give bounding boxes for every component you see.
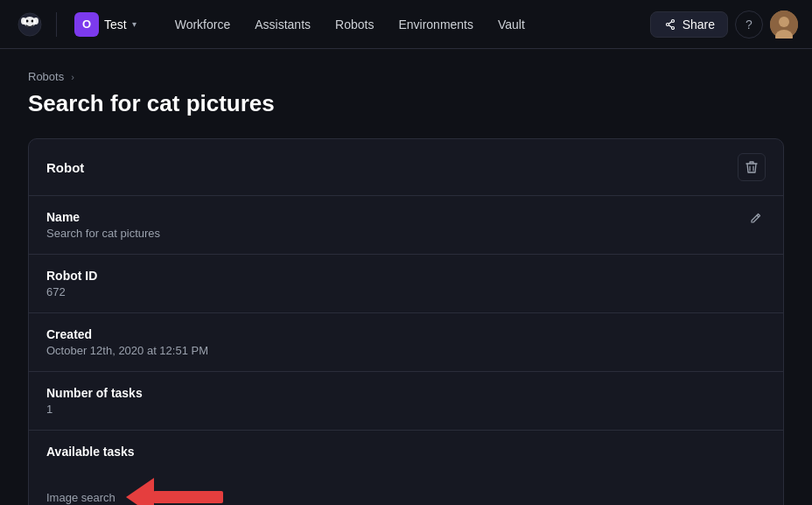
svg-line-9 <box>668 21 671 23</box>
edit-icon <box>750 212 762 224</box>
robot-id-value: 672 <box>46 285 97 298</box>
name-field: Name Search for cat pictures <box>46 210 160 240</box>
card-header: Robot <box>29 139 783 196</box>
num-tasks-field-row: Number of tasks 1 <box>29 372 783 431</box>
created-label: Created <box>46 327 208 341</box>
edit-name-button[interactable] <box>746 210 766 229</box>
workspace-name: Test <box>104 18 127 32</box>
nav-actions: Share ? <box>650 11 798 39</box>
num-tasks-label: Number of tasks <box>46 386 143 400</box>
svg-point-4 <box>21 18 26 25</box>
svg-line-10 <box>668 25 671 26</box>
red-arrow-indicator <box>126 478 223 505</box>
help-icon: ? <box>746 18 752 32</box>
share-icon <box>663 18 677 32</box>
nav-link-vault[interactable]: Vault <box>487 12 536 37</box>
workspace-chevron-icon: ▾ <box>132 19 136 29</box>
num-tasks-field: Number of tasks 1 <box>46 386 143 416</box>
robot-id-label: Robot ID <box>46 269 97 283</box>
nav-link-robots[interactable]: Robots <box>325 12 384 37</box>
task-item-image-search[interactable]: Image search <box>46 491 116 504</box>
robot-id-field: Robot ID 672 <box>46 269 97 298</box>
arrow-head <box>126 478 154 505</box>
name-field-row: Name Search for cat pictures <box>29 196 783 255</box>
name-value: Search for cat pictures <box>46 227 160 240</box>
arrow-shaft <box>153 491 223 503</box>
workspace-icon: O <box>74 12 99 37</box>
main-content: Robots › Search for cat pictures Robot N… <box>0 49 812 505</box>
robot-id-field-row: Robot ID 672 <box>29 255 783 313</box>
help-button[interactable]: ? <box>735 11 763 39</box>
logo-icon <box>14 9 46 40</box>
svg-point-7 <box>671 19 674 22</box>
svg-point-12 <box>779 17 789 27</box>
nav-link-assistants[interactable]: Assistants <box>244 12 321 37</box>
num-tasks-value: 1 <box>46 403 143 416</box>
breadcrumb: Robots › <box>28 70 784 83</box>
page-title: Search for cat pictures <box>28 90 784 117</box>
nav-divider <box>56 12 57 37</box>
breadcrumb-separator: › <box>71 72 74 82</box>
svg-point-5 <box>33 18 38 25</box>
trash-icon <box>746 160 758 174</box>
avatar-image <box>770 11 798 39</box>
workspace-selector[interactable]: O Test ▾ <box>67 9 144 40</box>
task-item-row: Image search <box>46 469 223 505</box>
nav-link-environments[interactable]: Environments <box>388 12 484 37</box>
created-field: Created October 12th, 2020 at 12:51 PM <box>46 327 208 357</box>
card-title: Robot <box>46 160 84 175</box>
available-tasks-label: Available tasks <box>46 445 135 459</box>
nav-link-workforce[interactable]: Workforce <box>164 12 242 37</box>
share-button[interactable]: Share <box>650 11 728 38</box>
delete-robot-button[interactable] <box>738 153 766 181</box>
avatar[interactable] <box>770 11 798 39</box>
nav-links: Workforce Assistants Robots Environments… <box>164 12 643 37</box>
top-navigation: O Test ▾ Workforce Assistants Robots Env… <box>0 0 812 49</box>
svg-point-6 <box>666 23 668 25</box>
share-label: Share <box>682 18 715 32</box>
created-value: October 12th, 2020 at 12:51 PM <box>46 344 208 357</box>
svg-point-8 <box>671 26 674 29</box>
created-field-row: Created October 12th, 2020 at 12:51 PM <box>29 313 783 372</box>
available-tasks-section: Available tasks Image search <box>29 431 783 505</box>
robot-card: Robot Name Search for cat pictures <box>28 138 784 505</box>
breadcrumb-robots[interactable]: Robots <box>28 70 64 83</box>
name-label: Name <box>46 210 160 224</box>
